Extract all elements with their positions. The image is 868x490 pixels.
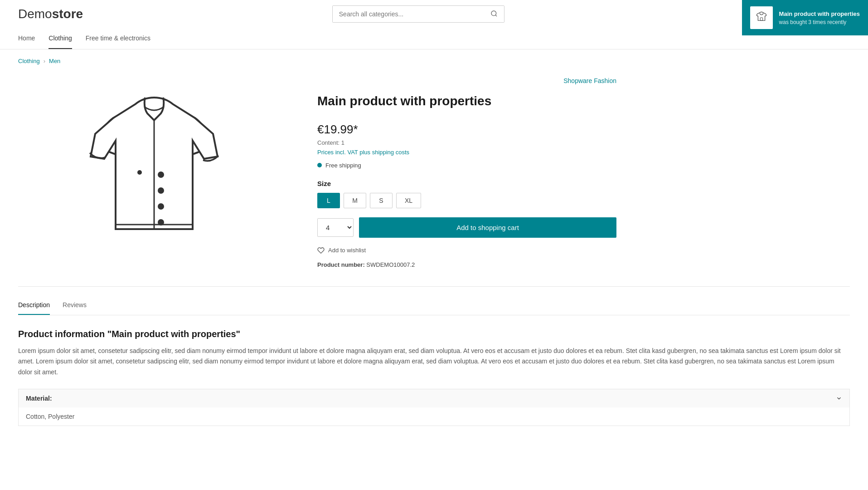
add-to-cart-button[interactable]: Add to shopping cart: [359, 217, 616, 238]
svg-point-6: [158, 172, 164, 178]
toast-notification: Main product with properties was bought …: [742, 0, 868, 35]
shipping-badge: Free shipping: [317, 162, 616, 169]
breadcrumb-separator: ›: [44, 58, 45, 64]
shipping-label: Free shipping: [325, 162, 361, 169]
main-nav: Home Clothing Free time & electronics: [18, 28, 850, 49]
vat-link[interactable]: Prices incl. VAT plus shipping costs: [317, 149, 409, 156]
nav-link-freetime[interactable]: Free time & electronics: [86, 28, 150, 49]
svg-point-8: [158, 203, 164, 210]
wishlist-label: Add to wishlist: [328, 247, 366, 254]
nav-item-clothing[interactable]: Clothing: [48, 28, 72, 49]
product-details: Shopware Fashion Main product with prope…: [317, 73, 616, 268]
product-image-area: [18, 73, 290, 268]
size-btn-m[interactable]: M: [344, 193, 366, 208]
shipping-dot: [317, 163, 322, 167]
product-number: Product number: SWDEMO10007.2: [317, 261, 616, 268]
logo-light: Demo: [18, 7, 52, 21]
tab-reviews[interactable]: Reviews: [63, 296, 87, 315]
nav-item-freetime[interactable]: Free time & electronics: [86, 28, 150, 49]
add-to-cart-row: 1 2 3 4 5 Add to shopping cart: [317, 217, 616, 238]
brand-link[interactable]: Shopware Fashion: [563, 77, 616, 84]
site-header: Demostore English: [0, 0, 868, 49]
nav-item-home[interactable]: Home: [18, 28, 35, 49]
chevron-down-icon: [836, 395, 842, 402]
product-number-label: Product number:: [317, 261, 365, 268]
svg-point-7: [158, 187, 164, 194]
product-title: Main product with properties: [317, 93, 616, 109]
svg-point-10: [137, 170, 142, 175]
size-label: Size: [317, 180, 616, 187]
section-divider: [18, 286, 850, 287]
size-btn-xl[interactable]: XL: [396, 193, 421, 208]
breadcrumb-current: Men: [49, 58, 60, 64]
product-description: Lorem ipsum dolor sit amet, consetetur s…: [18, 346, 850, 378]
add-to-wishlist-link[interactable]: Add to wishlist: [317, 247, 616, 254]
product-price: €19.99*: [317, 122, 616, 137]
nav-link-home[interactable]: Home: [18, 28, 35, 49]
toast-subtitle: was bought 3 times recently: [779, 19, 860, 25]
product-number-value: SWDEMO10007.2: [366, 261, 415, 268]
svg-point-1: [491, 11, 496, 16]
search-bar: [332, 5, 504, 23]
toast-text-area: Main product with properties was bought …: [779, 10, 860, 25]
product-container: Shopware Fashion Main product with prope…: [0, 73, 635, 286]
site-logo[interactable]: Demostore: [18, 7, 83, 21]
search-button[interactable]: [484, 6, 504, 22]
material-value: Cotton, Polyester: [19, 407, 849, 426]
quantity-select[interactable]: 1 2 3 4 5: [317, 218, 354, 237]
logo-bold: store: [52, 7, 83, 21]
product-vat: Prices incl. VAT plus shipping costs: [317, 149, 616, 156]
material-header[interactable]: Material:: [19, 389, 849, 407]
toast-title: Main product with properties: [779, 10, 860, 17]
breadcrumb: Clothing › Men: [0, 49, 868, 73]
product-image: [77, 84, 231, 256]
product-content: Content: 1: [317, 139, 616, 146]
nav-link-clothing[interactable]: Clothing: [48, 28, 72, 49]
size-btn-l[interactable]: L: [317, 193, 340, 208]
size-btn-s[interactable]: S: [370, 193, 393, 208]
breadcrumb-clothing[interactable]: Clothing: [18, 58, 40, 64]
product-info-title: Product information "Main product with p…: [18, 329, 850, 339]
size-options: L M S XL: [317, 193, 616, 208]
svg-rect-0: [760, 18, 762, 20]
tab-description[interactable]: Description: [18, 296, 50, 315]
tabs-section: Description Reviews Product information …: [0, 296, 868, 426]
toast-product-image: [750, 6, 773, 29]
material-section: Material: Cotton, Polyester: [18, 389, 850, 426]
header-top: Demostore English: [18, 0, 850, 28]
material-label: Material:: [26, 395, 52, 402]
product-brand: Shopware Fashion: [317, 77, 616, 84]
search-input[interactable]: [333, 6, 484, 22]
tabs-nav: Description Reviews: [18, 296, 850, 315]
heart-icon: [317, 247, 325, 254]
